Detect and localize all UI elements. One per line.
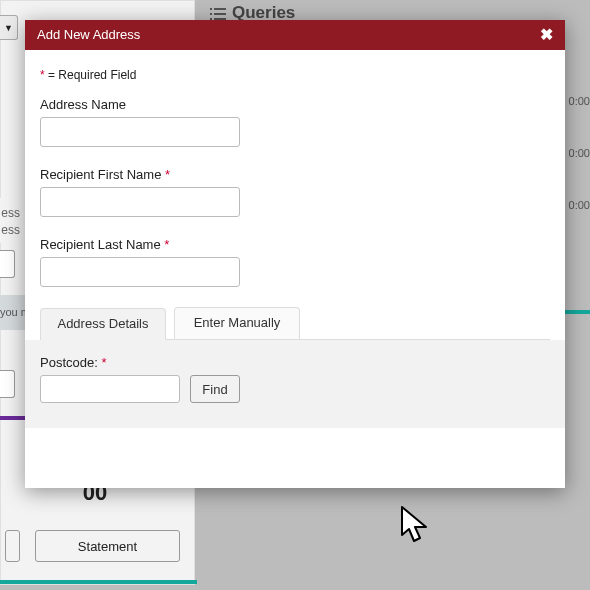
svg-rect-3 <box>214 13 226 15</box>
tab-enter-manually[interactable]: Enter Manually <box>174 307 300 339</box>
last-name-group: Recipient Last Name * <box>40 237 550 287</box>
modal-body: * = Required Field Address Name Recipien… <box>25 50 565 428</box>
address-tabs: Address Details Enter Manually <box>40 307 550 340</box>
tab-address-details[interactable]: Address Details <box>40 308 166 340</box>
modal-header: Add New Address ✖ <box>25 20 565 50</box>
postcode-input[interactable] <box>40 375 180 403</box>
statement-button[interactable]: Statement <box>35 530 180 562</box>
time-value: 0:00 <box>565 199 590 211</box>
postcode-label: Postcode: * <box>40 355 550 370</box>
teal-accent-left <box>0 580 197 584</box>
first-name-input[interactable] <box>40 187 240 217</box>
purple-accent <box>0 416 27 420</box>
close-icon[interactable]: ✖ <box>540 20 553 50</box>
side-button-2[interactable] <box>0 370 15 398</box>
required-note: * = Required Field <box>40 68 550 82</box>
time-column: 0:00 0:00 0:00 <box>565 95 590 295</box>
side-button-1[interactable] <box>0 250 15 278</box>
address-name-input[interactable] <box>40 117 240 147</box>
first-name-group: Recipient First Name * <box>40 167 550 217</box>
address-name-label: Address Name <box>40 97 550 112</box>
last-name-label: Recipient Last Name * <box>40 237 550 252</box>
time-value: 0:00 <box>565 147 590 159</box>
teal-accent-right <box>565 310 590 314</box>
svg-rect-0 <box>210 8 212 10</box>
address-name-group: Address Name <box>40 97 550 147</box>
small-action-button[interactable] <box>5 530 20 562</box>
modal-footer-space <box>25 428 565 488</box>
time-value: 0:00 <box>565 95 590 107</box>
action-button-row: Statement <box>0 530 190 562</box>
modal-title: Add New Address <box>37 20 140 50</box>
address-details-panel: Postcode: * Find <box>25 340 565 428</box>
svg-rect-2 <box>210 13 212 15</box>
side-label-2: ess <box>0 218 20 243</box>
list-icon <box>210 7 226 21</box>
find-button[interactable]: Find <box>190 375 240 403</box>
add-address-modal: Add New Address ✖ * = Required Field Add… <box>25 20 565 488</box>
last-name-input[interactable] <box>40 257 240 287</box>
dropdown-button[interactable]: ▼ <box>0 15 18 40</box>
first-name-label: Recipient First Name * <box>40 167 550 182</box>
svg-rect-1 <box>214 8 226 10</box>
